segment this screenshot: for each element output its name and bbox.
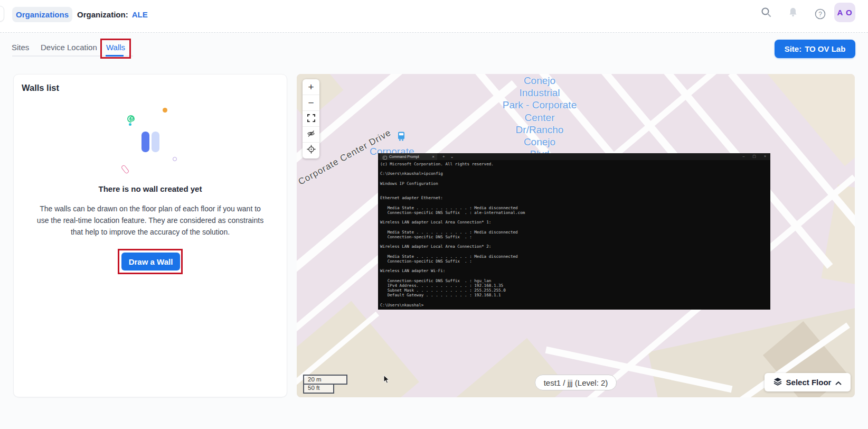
fullscreen-button[interactable]: [303, 111, 319, 127]
terminal-tab: Command Prompt ×: [380, 153, 437, 160]
illustration-orange-dot: [163, 108, 167, 113]
illustration-wall-bar: [141, 132, 149, 152]
organization-value-link[interactable]: ALE: [132, 10, 148, 19]
terminal-tab-title: Command Prompt: [389, 155, 430, 158]
new-tab-icon: +: [442, 155, 445, 159]
walls-list-panel: Walls list There is no wall created yet …: [13, 74, 287, 397]
floor-indicator-pill: test1 / jjj (Level: 2): [535, 375, 617, 390]
tab-sites[interactable]: Sites: [12, 43, 29, 52]
search-icon: [760, 6, 772, 20]
select-floor-label: Select Floor: [786, 378, 832, 387]
tab-device-location[interactable]: Device Location: [41, 43, 97, 52]
terminal-body: (c) Microsoft Corporation. All rights re…: [378, 160, 770, 310]
area-label-line: Dr/Rancho: [460, 124, 619, 136]
minimize-icon: –: [742, 154, 744, 158]
active-tab-indicator: [106, 55, 124, 57]
organizations-button-label: Organizations: [16, 10, 69, 19]
help-icon: ?: [815, 8, 826, 22]
zoom-in-button[interactable]: +: [303, 79, 319, 95]
sidebar-toggle-button[interactable]: [0, 6, 4, 22]
hide-layer-button[interactable]: [303, 127, 319, 143]
tab-dropdown-icon: ⌄: [450, 155, 454, 159]
top-header: Organizations Organization: ALE ? A O: [0, 0, 868, 33]
maximize-icon: ▢: [752, 154, 756, 158]
area-label-line: Conejo: [460, 74, 619, 87]
mouse-cursor: [383, 375, 391, 386]
fullscreen-icon: [307, 113, 315, 125]
illustration-wall-bar-light: [152, 132, 159, 152]
panel-title: Walls list: [22, 83, 59, 93]
map-scale-imperial: 50 ft: [303, 385, 334, 394]
map-scale-metric: 20 m: [303, 375, 347, 385]
area-label-line: Center: [460, 111, 619, 124]
chevron-up-icon: [835, 378, 842, 387]
tab-close-icon: ×: [432, 155, 435, 159]
site-selector-button[interactable]: Site: TO OV Lab: [775, 40, 855, 58]
terminal-title-bar: Command Prompt × + ⌄ – ▢ ×: [378, 153, 770, 160]
command-prompt-window: Command Prompt × + ⌄ – ▢ × (c) Microsoft…: [378, 153, 770, 310]
site-button-value: TO OV Lab: [805, 44, 845, 53]
empty-state-title: There is no wall created yet: [14, 184, 287, 193]
tab-walls[interactable]: Walls: [106, 43, 125, 52]
bell-icon: [787, 6, 799, 20]
layers-icon: [773, 377, 782, 387]
description-line: that help to improve the accuracy of the…: [14, 226, 287, 238]
svg-text:?: ?: [818, 10, 822, 17]
illustration-purple-circle: [173, 157, 177, 161]
select-floor-button[interactable]: Select Floor: [765, 373, 851, 391]
locate-button[interactable]: [303, 143, 319, 158]
tab-bar: Sites Device Location Walls Site: TO OV …: [0, 33, 868, 74]
terminal-window-controls: – ▢ ×: [742, 154, 766, 158]
avatar-initials: A O: [837, 8, 852, 17]
organization-label: Organization:: [77, 10, 128, 19]
zoom-in-icon: +: [308, 81, 314, 93]
site-button-label: Site:: [785, 44, 802, 53]
organizations-button[interactable]: Organizations: [12, 7, 72, 22]
window-close-icon: ×: [764, 154, 766, 158]
help-button[interactable]: ?: [813, 8, 827, 22]
locate-icon: [307, 145, 316, 156]
illustration-pencil-icon: [121, 164, 130, 174]
organization-breadcrumb: Organization: ALE: [77, 7, 148, 22]
terminal-icon: [383, 152, 387, 162]
notifications-button[interactable]: [786, 6, 800, 20]
description-line: use the real-time location feature. They…: [14, 215, 287, 226]
draw-wall-button[interactable]: Draw a Wall: [121, 253, 180, 271]
floor-map[interactable]: Conejo Industrial Park - Corporate Cente…: [297, 74, 855, 397]
area-label-line: Conejo: [460, 136, 619, 148]
area-label-line: Park - Corporate: [460, 99, 619, 111]
user-avatar[interactable]: A O: [834, 3, 855, 22]
zoom-out-button[interactable]: −: [303, 95, 319, 111]
search-button[interactable]: [759, 6, 773, 20]
eye-off-icon: [307, 129, 315, 141]
empty-state-description: The walls can be drawn on the floor plan…: [14, 203, 287, 238]
area-label-line: Industrial: [460, 87, 619, 99]
illustration-teal-dot: [129, 123, 131, 126]
terminal-output: (c) Microsoft Corporation. All rights re…: [378, 160, 770, 307]
map-controls: + −: [303, 79, 319, 158]
description-line: The walls can be drawn on the floor plan…: [14, 203, 287, 215]
map-area-label: Conejo Industrial Park - Corporate Cente…: [460, 74, 619, 160]
zoom-out-icon: −: [308, 97, 314, 109]
bus-stop-icon: [396, 131, 407, 144]
